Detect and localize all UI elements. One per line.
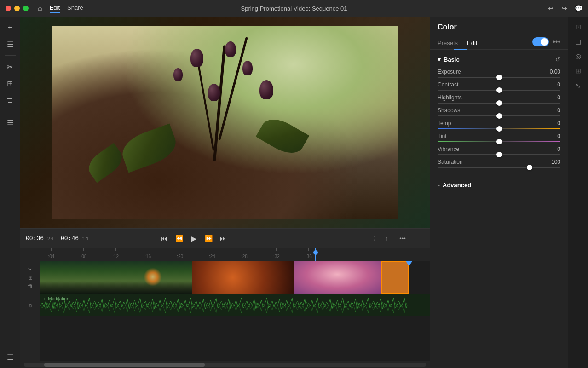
share-icon[interactable]: ↑ [381,232,393,244]
highlights-slider-track[interactable] [438,103,560,104]
step-forward-button[interactable]: ⏩ [202,232,215,245]
video-preview [20,17,430,228]
tick-32: :32 [273,248,280,259]
exposure-label-row: Exposure 0.00 [438,69,560,75]
trash-track-icon[interactable]: 🗑 [28,283,33,289]
exposure-slider-thumb[interactable] [496,75,502,80]
scrollbar-thumb[interactable] [44,363,205,367]
exposure-slider-track[interactable] [438,77,560,78]
step-back-button[interactable]: ⏪ [173,232,185,245]
fit-to-window-icon[interactable]: ⛶ [365,232,377,244]
tint-slider-track[interactable] [438,141,560,142]
compare-icon[interactable]: ◫ [572,35,585,48]
clip-flower[interactable] [192,261,294,294]
menu-item-edit[interactable]: Edit [50,4,60,13]
undo-icon[interactable]: ↩ [547,4,555,12]
duration-value: 00:46 [61,235,79,242]
color-wheel-icon[interactable]: ◎ [572,50,585,63]
tint-label: Tint [438,133,447,139]
timeline-scrollbar[interactable] [20,361,430,368]
tick-28: :28 [241,248,248,259]
transport-dash-icon[interactable]: — [412,232,424,244]
basic-title-text: Basic [444,56,460,63]
close-button[interactable] [6,6,11,11]
basic-section-header[interactable]: ▾ Basic ↺ [438,53,560,66]
inspector-icon[interactable]: ⊡ [572,20,585,33]
transform-icon[interactable]: ⤡ [572,79,585,92]
highlights-value: 0 [557,94,560,101]
menu-item-share[interactable]: Share [67,4,83,13]
saturation-slider-row: Saturation 100 [438,159,560,168]
highlights-slider-thumb[interactable] [496,100,502,106]
tick-36: :36 [306,248,312,259]
basic-section: ▾ Basic ↺ Exposure 0.00 Contrast [430,50,568,175]
tint-slider-thumb[interactable] [496,139,502,144]
maximize-button[interactable] [23,6,29,11]
skip-to-start-button[interactable]: ⏮ [158,232,171,245]
sidebar-trash-button[interactable]: 🗑 [3,92,17,107]
bud-4 [173,68,183,81]
transport-right: ⛶ ↑ ••• — [365,232,424,244]
redo-icon[interactable]: ↪ [560,4,569,12]
saturation-value: 100 [551,159,560,165]
tick-08: :08 [80,248,86,259]
current-timecode: 00:36 24 [26,235,53,242]
bud-5 [259,80,273,99]
panel-more-button[interactable]: ••• [553,38,560,46]
skip-to-end-button[interactable]: ⏭ [217,232,230,245]
contrast-slider-thumb[interactable] [496,87,502,93]
play-button[interactable]: ▶ [187,232,200,245]
video-scene [52,26,398,219]
sidebar-cut-button[interactable]: ✂ [3,59,17,74]
transport-bar: 00:36 24 00:46 14 ⏮ ⏪ ▶ ⏩ ⏭ ⛶ ↑ ••• — [20,228,430,248]
sidebar-add-button[interactable]: + [3,20,17,35]
shadows-slider-row: Shadows 0 [438,107,560,116]
traffic-lights [6,6,29,11]
temp-slider-row: Temp 0 [438,120,560,129]
saturation-slider-thumb[interactable] [527,165,532,170]
tick-12: :12 [112,248,119,259]
transport-controls: ⏮ ⏪ ▶ ⏩ ⏭ [158,232,230,245]
timeline-scrubber[interactable]: :04 :08 :12 :16 :20 :24 :28 :32 :36 [20,248,430,261]
sidebar-gallery-button[interactable]: ⊞ [3,76,17,91]
temp-slider-track[interactable] [438,128,560,129]
tab-edit[interactable]: Edit [467,37,477,49]
contrast-slider-track[interactable] [438,90,560,91]
shadows-value: 0 [557,107,560,114]
vibrance-slider-thumb[interactable] [496,152,502,157]
advanced-section-header[interactable]: ▸ Advanced [438,179,560,191]
audio-icon[interactable]: ♫ [28,302,32,309]
clip-cherry[interactable] [294,261,381,294]
clip-orange-selected[interactable] [381,261,409,294]
cut-track-icon[interactable]: ✂ [28,266,33,273]
duration-timecode: 00:46 14 [61,235,88,242]
gallery-track-icon[interactable]: ⊞ [28,275,33,281]
tab-presets[interactable]: Presets [438,37,458,49]
titlebar-right: ↩ ↪ 💬 [547,4,582,12]
shadows-slider-track[interactable] [438,115,560,116]
vibrance-label-row: Vibrance 0 [438,146,560,152]
transport-more-icon[interactable]: ••• [397,232,409,244]
tick-04: :04 [48,248,54,259]
speech-bubble-icon[interactable]: 💬 [574,4,582,12]
menu-item-home[interactable]: ⌂ [38,4,42,13]
clip-nature[interactable] [40,261,192,294]
minimize-button[interactable] [14,6,20,11]
sidebar-list-view-button[interactable]: ☰ [3,350,17,364]
vibrance-slider-track[interactable] [438,154,560,155]
scrubber-playhead[interactable] [315,248,316,261]
scrubber-track: :04 :08 :12 :16 :20 :24 :28 :32 :36 [20,248,430,261]
shadows-slider-thumb[interactable] [496,113,502,119]
scrollbar-track[interactable] [24,363,426,367]
color-enable-toggle[interactable] [532,37,549,46]
temp-slider-thumb[interactable] [496,126,502,132]
vibrance-label: Vibrance [438,146,459,152]
sidebar-timeline-button[interactable]: ☰ [3,115,17,130]
color-panel-header: Color [430,17,568,35]
sidebar-list-button[interactable]: ☰ [3,37,17,52]
basic-reset-button[interactable]: ↺ [555,56,560,63]
temp-label: Temp [438,120,451,126]
audio-track: e Meditation [40,294,430,316]
grid-icon[interactable]: ⊞ [572,64,585,77]
saturation-slider-track[interactable] [438,167,560,168]
